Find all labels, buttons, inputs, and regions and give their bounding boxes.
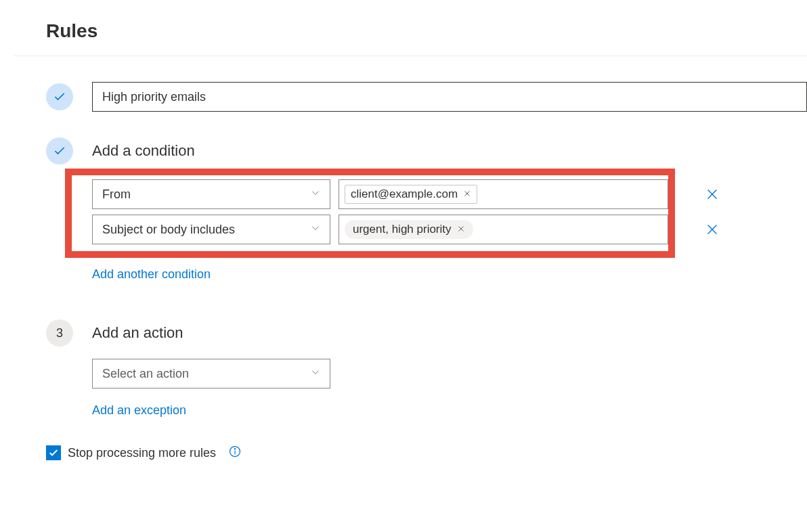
- chevron-down-icon: [311, 368, 320, 380]
- condition-row: Subject or body includes urgent, high pr…: [72, 215, 668, 244]
- action-placeholder: Select an action: [102, 367, 189, 381]
- step-actions-row: 3 Add an action: [46, 319, 807, 347]
- chip-remove-icon[interactable]: [463, 187, 471, 201]
- add-condition-link[interactable]: Add another condition: [92, 267, 211, 282]
- check-icon: [53, 144, 66, 158]
- conditions-title: Add a condition: [92, 142, 195, 160]
- header-divider: [14, 56, 807, 56]
- condition-chip: urgent, high priority: [345, 220, 473, 239]
- step-name-row: [46, 82, 807, 112]
- chevron-down-icon: [311, 223, 320, 236]
- condition-row: From client@example.com: [72, 179, 668, 209]
- page-title: Rules: [46, 0, 807, 56]
- check-icon: [53, 90, 66, 104]
- condition-chip-label: client@example.com: [351, 187, 458, 201]
- stop-processing-checkbox[interactable]: [46, 445, 61, 460]
- step-1-badge: [46, 83, 73, 110]
- step-conditions-row: Add a condition: [46, 137, 807, 164]
- condition-value-input[interactable]: client@example.com: [339, 179, 668, 209]
- conditions-highlight: From client@example.com: [65, 169, 675, 258]
- step-3-badge: 3: [46, 319, 73, 347]
- action-dropdown[interactable]: Select an action: [92, 359, 330, 389]
- stop-processing-row: Stop processing more rules: [46, 445, 807, 461]
- condition-field-dropdown[interactable]: Subject or body includes: [92, 215, 330, 244]
- condition-field-label: Subject or body includes: [102, 223, 235, 237]
- condition-chip: client@example.com: [345, 185, 477, 204]
- rule-name-input[interactable]: [92, 82, 807, 112]
- chip-remove-icon[interactable]: [457, 223, 465, 236]
- remove-condition-button[interactable]: [705, 187, 720, 202]
- condition-value-input[interactable]: urgent, high priority: [339, 215, 668, 244]
- chevron-down-icon: [311, 188, 320, 200]
- condition-field-dropdown[interactable]: From: [92, 179, 330, 209]
- step-2-badge: [46, 137, 73, 164]
- actions-title: Add an action: [92, 324, 183, 342]
- condition-field-label: From: [102, 187, 131, 202]
- condition-chip-label: urgent, high priority: [353, 223, 452, 236]
- svg-point-10: [234, 449, 235, 449]
- add-exception-link[interactable]: Add an exception: [92, 403, 186, 418]
- stop-processing-label: Stop processing more rules: [68, 446, 216, 460]
- info-icon[interactable]: [228, 445, 242, 461]
- check-icon: [48, 447, 59, 458]
- remove-condition-button[interactable]: [705, 222, 720, 237]
